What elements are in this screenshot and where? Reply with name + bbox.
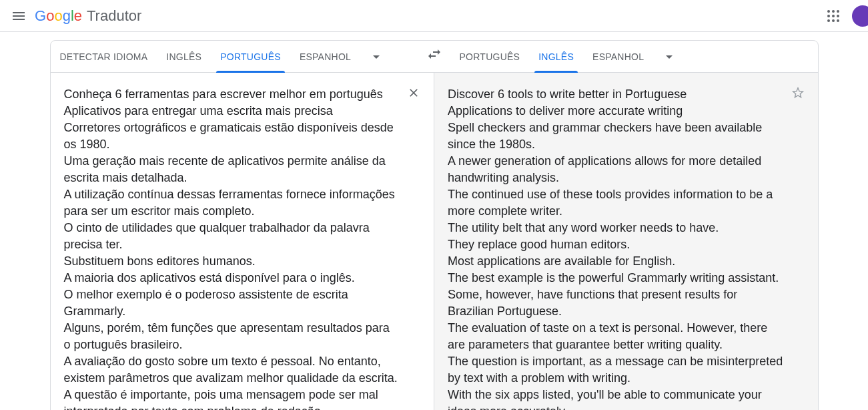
svg-point-1 xyxy=(827,10,830,13)
svg-point-2 xyxy=(832,10,835,13)
google-translate-logo[interactable]: Google Tradutor xyxy=(35,7,141,25)
star-outline-icon xyxy=(791,85,805,100)
target-tab-portuguese[interactable]: Português xyxy=(450,41,530,73)
source-tab-spanish[interactable]: Espanhol xyxy=(290,41,360,73)
target-languages: Português Inglês Espanhol xyxy=(450,41,818,72)
chevron-down-icon xyxy=(661,49,677,65)
svg-text:Google: Google xyxy=(35,8,82,24)
chevron-down-icon xyxy=(368,49,384,65)
target-pane: Discover 6 tools to write better in Port… xyxy=(434,73,818,410)
translation-panes: Conheça 6 ferramentas para escrever melh… xyxy=(51,73,818,410)
google-apps-button[interactable] xyxy=(820,3,847,29)
source-tab-portuguese[interactable]: Português xyxy=(211,41,290,73)
target-language-dropdown[interactable] xyxy=(656,43,683,70)
swap-languages-button[interactable] xyxy=(421,41,448,67)
product-name: Tradutor xyxy=(87,7,141,25)
header-right xyxy=(820,3,863,29)
google-logo-icon: Google xyxy=(35,8,84,24)
source-languages: Detectar idioma Inglês Português Espanho… xyxy=(51,41,418,72)
source-language-dropdown[interactable] xyxy=(363,43,390,70)
language-bar: Detectar idioma Inglês Português Espanho… xyxy=(51,41,818,73)
source-tab-detect[interactable]: Detectar idioma xyxy=(51,41,157,73)
apps-grid-icon xyxy=(827,9,840,23)
main-menu-button[interactable] xyxy=(5,3,32,29)
clear-source-button[interactable] xyxy=(403,82,424,104)
svg-point-3 xyxy=(837,10,839,13)
translate-card: Detectar idioma Inglês Português Espanho… xyxy=(50,40,819,410)
account-avatar[interactable] xyxy=(852,5,868,27)
svg-point-9 xyxy=(837,19,839,22)
svg-point-4 xyxy=(827,15,830,17)
target-tab-english[interactable]: Inglês xyxy=(529,41,583,73)
swap-horiz-icon xyxy=(426,46,442,62)
svg-point-8 xyxy=(832,19,835,22)
save-translation-button[interactable] xyxy=(787,82,809,104)
svg-point-6 xyxy=(837,15,839,17)
target-tab-spanish[interactable]: Espanhol xyxy=(583,41,653,73)
hamburger-icon xyxy=(11,8,27,24)
source-pane: Conheça 6 ferramentas para escrever melh… xyxy=(51,73,435,410)
app-header: Google Tradutor xyxy=(0,0,868,32)
target-text: Discover 6 tools to write better in Port… xyxy=(448,86,783,410)
header-left: Google Tradutor xyxy=(5,3,141,29)
source-tab-english[interactable]: Inglês xyxy=(157,41,211,73)
close-icon xyxy=(407,86,420,99)
svg-point-7 xyxy=(827,19,830,22)
source-text[interactable]: Conheça 6 ferramentas para escrever melh… xyxy=(64,86,400,410)
svg-point-5 xyxy=(832,15,835,17)
